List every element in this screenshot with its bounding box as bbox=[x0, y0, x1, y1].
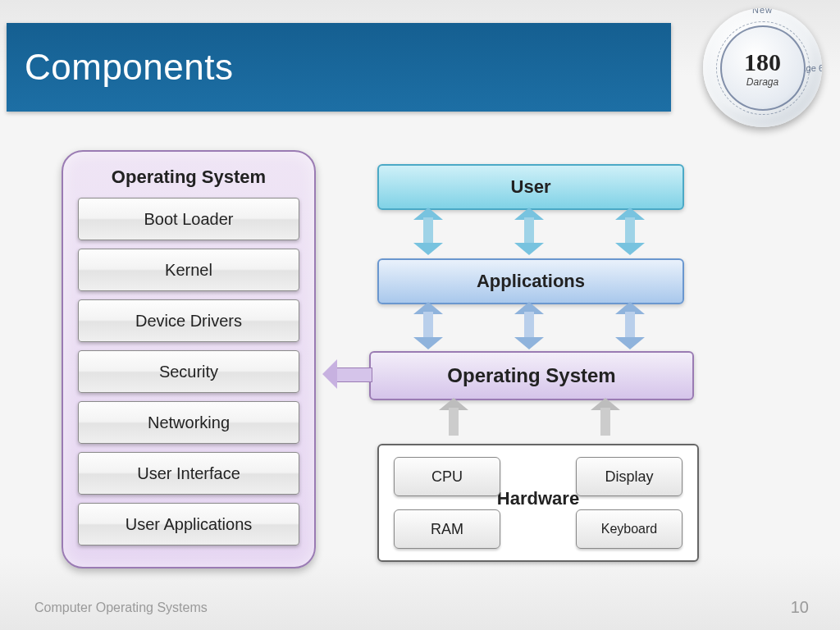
title-bar: Components bbox=[7, 23, 671, 112]
bi-arrow-icon bbox=[514, 302, 544, 349]
slide-title: Components bbox=[25, 47, 233, 88]
logo-number: 180 bbox=[744, 48, 781, 76]
logo-arc-top: New bbox=[752, 8, 773, 15]
arrows-user-apps bbox=[377, 208, 681, 255]
arrows-os-hardware bbox=[377, 398, 681, 443]
hw-keyboard: Keyboard bbox=[576, 509, 682, 549]
bi-arrow-icon bbox=[413, 302, 443, 349]
logo-inner: 180 Daraga bbox=[720, 25, 806, 111]
bi-arrow-icon bbox=[514, 208, 544, 255]
os-item-kernel: Kernel bbox=[78, 249, 299, 291]
bi-arrow-icon bbox=[413, 208, 443, 255]
os-item-user-applications: User Applications bbox=[78, 503, 299, 546]
hw-display: Display bbox=[576, 457, 682, 496]
os-panel-heading: Operating System bbox=[75, 167, 303, 188]
os-item-security: Security bbox=[78, 350, 299, 393]
logo-subtitle: Daraga bbox=[746, 76, 778, 88]
hardware-panel: Hardware CPU Display RAM Keyboard bbox=[377, 444, 699, 562]
os-item-user-interface: User Interface bbox=[78, 452, 299, 495]
up-arrow-icon bbox=[591, 398, 620, 443]
os-item-networking: Networking bbox=[78, 401, 299, 444]
os-item-device-drivers: Device Drivers bbox=[78, 299, 299, 342]
arrows-apps-os bbox=[377, 302, 681, 349]
layer-applications: Applications bbox=[377, 258, 684, 304]
hw-cpu: CPU bbox=[394, 457, 500, 496]
logo-badge: New Stage 6 180 Daraga bbox=[703, 8, 822, 127]
footer-subject: Computer Operating Systems bbox=[34, 600, 208, 615]
slide-number: 10 bbox=[791, 598, 809, 617]
layer-user: User bbox=[377, 164, 684, 210]
os-link-arrow-icon bbox=[322, 359, 372, 389]
os-item-boot-loader: Boot Loader bbox=[78, 198, 299, 240]
hw-ram: RAM bbox=[394, 509, 500, 549]
os-components-panel: Operating System Boot Loader Kernel Devi… bbox=[62, 150, 316, 568]
up-arrow-icon bbox=[439, 398, 468, 443]
layer-operating-system: Operating System bbox=[369, 351, 694, 400]
bi-arrow-icon bbox=[615, 208, 645, 255]
bi-arrow-icon bbox=[615, 302, 645, 349]
